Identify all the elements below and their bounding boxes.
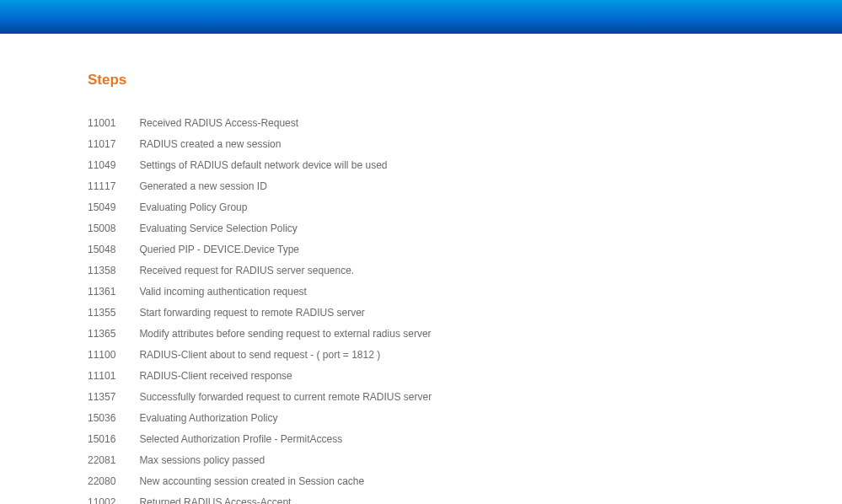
table-row: 11049Settings of RADIUS default network … (88, 154, 432, 175)
table-row: 15008Evaluating Service Selection Policy (88, 217, 432, 239)
step-description: Returned RADIUS Access-Accept (139, 491, 432, 504)
steps-table: 11001Received RADIUS Access-Request11017… (88, 112, 432, 504)
step-code: 11100 (88, 344, 139, 365)
step-description: Successfully forwarded request to curren… (139, 386, 432, 407)
step-description: Valid incoming authentication request (139, 281, 432, 302)
table-row: 15049Evaluating Policy Group (88, 196, 432, 217)
step-code: 15036 (88, 407, 139, 428)
step-code: 11361 (88, 281, 139, 302)
step-description: RADIUS-Client received response (139, 365, 432, 386)
table-row: 11358Received request for RADIUS server … (88, 260, 432, 281)
step-code: 11117 (88, 175, 139, 196)
step-description: Max sessions policy passed (139, 449, 432, 470)
step-description: RADIUS created a new session (139, 133, 432, 154)
content-area: Steps 11001Received RADIUS Access-Reques… (0, 34, 842, 504)
table-row: 15016Selected Authorization Profile - Pe… (88, 428, 432, 449)
step-description: Selected Authorization Profile - PermitA… (139, 428, 432, 449)
step-description: Evaluating Authorization Policy (139, 407, 432, 428)
step-code: 11002 (88, 491, 139, 504)
table-row: 11357Successfully forwarded request to c… (88, 386, 432, 407)
table-row: 11101RADIUS-Client received response (88, 365, 432, 386)
step-code: 11101 (88, 365, 139, 386)
table-row: 15048Queried PIP - DEVICE.Device Type (88, 239, 432, 260)
step-description: Received request for RADIUS server seque… (139, 260, 432, 281)
header-bar (0, 0, 842, 34)
step-description: Received RADIUS Access-Request (139, 112, 432, 133)
step-code: 15048 (88, 239, 139, 260)
step-code: 22080 (88, 470, 139, 491)
step-code: 11355 (88, 302, 139, 323)
table-row: 11001Received RADIUS Access-Request (88, 112, 432, 133)
step-code: 11357 (88, 386, 139, 407)
step-code: 11365 (88, 323, 139, 344)
step-description: Settings of RADIUS default network devic… (139, 154, 432, 175)
table-row: 11117Generated a new session ID (88, 175, 432, 196)
table-row: 11002Returned RADIUS Access-Accept (88, 491, 432, 504)
table-row: 22080New accounting session created in S… (88, 470, 432, 491)
step-code: 15016 (88, 428, 139, 449)
table-row: 11100RADIUS-Client about to send request… (88, 344, 432, 365)
table-row: 15036Evaluating Authorization Policy (88, 407, 432, 428)
step-code: 11049 (88, 154, 139, 175)
step-code: 15008 (88, 217, 139, 239)
step-description: Modify attributes before sending request… (139, 323, 432, 344)
step-code: 11001 (88, 112, 139, 133)
step-description: Queried PIP - DEVICE.Device Type (139, 239, 432, 260)
step-description: Start forwarding request to remote RADIU… (139, 302, 432, 323)
table-row: 11017RADIUS created a new session (88, 133, 432, 154)
table-row: 11365Modify attributes before sending re… (88, 323, 432, 344)
steps-table-body: 11001Received RADIUS Access-Request11017… (88, 112, 432, 504)
step-description: Generated a new session ID (139, 175, 432, 196)
step-code: 22081 (88, 449, 139, 470)
step-description: Evaluating Policy Group (139, 196, 432, 217)
step-code: 15049 (88, 196, 139, 217)
steps-heading: Steps (88, 72, 842, 88)
step-description: New accounting session created in Sessio… (139, 470, 432, 491)
table-row: 22081Max sessions policy passed (88, 449, 432, 470)
step-code: 11017 (88, 133, 139, 154)
step-description: RADIUS-Client about to send request - ( … (139, 344, 432, 365)
step-code: 11358 (88, 260, 139, 281)
table-row: 11361Valid incoming authentication reque… (88, 281, 432, 302)
step-description: Evaluating Service Selection Policy (139, 217, 432, 239)
table-row: 11355Start forwarding request to remote … (88, 302, 432, 323)
